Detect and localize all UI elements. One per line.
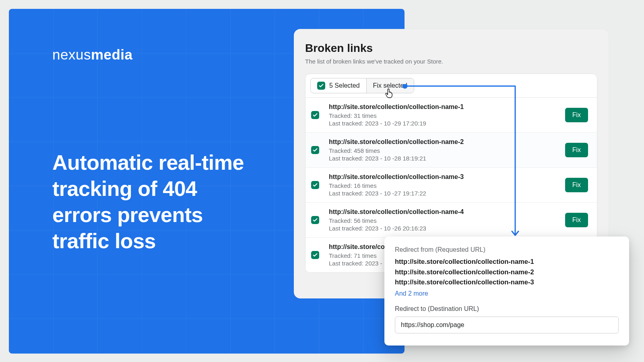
row-url: http://site.store/collection/collection-… — [329, 173, 559, 181]
table-row[interactable]: http://site.store/collection/collection-… — [305, 98, 597, 133]
redirect-from-more-link[interactable]: And 2 more — [395, 290, 619, 297]
row-tracked: Tracked: 31 times — [329, 112, 559, 119]
table-row[interactable]: http://site.store/collection/collection-… — [305, 168, 597, 203]
bulk-action-bar: 5 Selected Fix selected — [305, 74, 597, 98]
checkbox-checked-icon[interactable] — [311, 216, 319, 224]
panel-title: Broken links — [305, 42, 597, 55]
checkbox-checked-icon[interactable] — [311, 111, 319, 119]
row-url: http://site.store/collection/collection-… — [329, 138, 559, 146]
fix-button[interactable]: Fix — [565, 213, 588, 227]
checkbox-checked-icon[interactable] — [311, 146, 319, 154]
panel-subtitle: The list of broken links we've tracked o… — [305, 58, 597, 65]
row-info: http://site.store/collection/collection-… — [329, 173, 559, 197]
row-url: http://site.store/collection/collection-… — [329, 103, 559, 111]
row-tracked: Tracked: 56 times — [329, 217, 559, 224]
row-info: http://site.store/collection/collection-… — [329, 103, 559, 127]
bulk-selected-label: 5 Selected — [329, 82, 360, 89]
bulk-selected-count[interactable]: 5 Selected — [311, 78, 366, 93]
fix-selected-button[interactable]: Fix selected — [366, 78, 414, 93]
row-url: http://site.store/collection/collection-… — [329, 208, 559, 216]
row-last-tracked: Last tracked: 2023 - 10 -29 17:20:19 — [329, 120, 559, 127]
redirect-from-url: http://site.store/collection/collection-… — [395, 267, 619, 278]
row-last-tracked: Last tracked: 2023 - 10 -27 19:17:22 — [329, 190, 559, 197]
row-info: http://site.store/collection/collection-… — [329, 208, 559, 232]
fix-button[interactable]: Fix — [565, 178, 588, 192]
table-row[interactable]: http://site.store/collection/collection-… — [305, 203, 597, 238]
row-last-tracked: Last tracked: 2023 - 10 -26 20:16:23 — [329, 225, 559, 232]
fix-selected-label: Fix selected — [373, 82, 407, 89]
row-tracked: Tracked: 458 times — [329, 147, 559, 154]
brand-logo: nexusmedia — [52, 47, 133, 63]
redirect-from-label: Redirect from (Requested URL) — [395, 246, 619, 253]
table-row[interactable]: http://site.store/collection/collection-… — [305, 133, 597, 168]
checkbox-checked-icon[interactable] — [311, 251, 319, 259]
brand-logo-light: nexus — [52, 47, 91, 62]
redirect-from-url: http://site.store/collection/collection-… — [395, 257, 619, 267]
row-last-tracked: Last tracked: 2023 - 10 -28 18:19:21 — [329, 155, 559, 162]
checkbox-checked-icon[interactable] — [311, 181, 319, 189]
row-info: http://site.store/collection/collection-… — [329, 138, 559, 162]
brand-logo-bold: media — [91, 47, 133, 62]
row-tracked: Tracked: 16 times — [329, 182, 559, 189]
redirect-from-urls: http://site.store/collection/collection-… — [395, 257, 619, 288]
redirect-popover: Redirect from (Requested URL) http://sit… — [384, 237, 629, 346]
redirect-to-input[interactable] — [395, 317, 619, 333]
fix-button[interactable]: Fix — [565, 108, 588, 122]
hero-headline: Automatic real-time tracking of 404 erro… — [52, 150, 256, 254]
bulk-button-group: 5 Selected Fix selected — [310, 78, 414, 93]
fix-button[interactable]: Fix — [565, 143, 588, 157]
checkbox-checked-icon[interactable] — [317, 82, 325, 90]
redirect-from-url: http://site.store/collection/collection-… — [395, 277, 619, 288]
redirect-to-label: Redirect to (Destination URL) — [395, 305, 619, 313]
